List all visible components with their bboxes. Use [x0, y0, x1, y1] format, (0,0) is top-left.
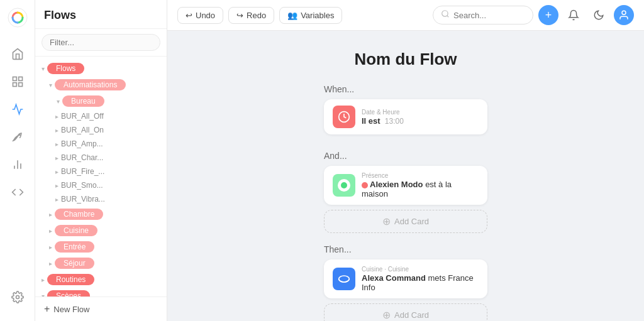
add-button[interactable]: +	[538, 5, 558, 25]
notifications-button[interactable]	[564, 5, 584, 25]
scenes-pill: Scènes	[47, 290, 90, 297]
and-card-content: Présence Alexien Modo est à la maison	[362, 172, 479, 199]
when-card-time: 13:00	[385, 117, 404, 126]
then-card-text: Alexa Command mets France Info	[362, 273, 479, 292]
new-flow-label: New Flow	[53, 305, 89, 314]
bureau-pill: Bureau	[62, 95, 104, 107]
chambre-pill: Chambre	[55, 209, 103, 220]
chevron-right-icon: ▸	[55, 196, 58, 203]
nav-code-icon[interactable]	[6, 181, 29, 204]
nav-flows-icon[interactable]	[6, 98, 29, 121]
svg-rect-2	[18, 77, 22, 81]
then-card-icon	[333, 268, 355, 290]
and-card-text: Alexien Modo est à la maison	[362, 180, 479, 199]
svg-line-10	[447, 16, 449, 18]
routines-pill: Routines	[47, 274, 94, 285]
app-title-text: Flows	[44, 9, 76, 22]
tree-item-scenes[interactable]: ▾ Scènes	[35, 288, 167, 297]
tree-item-cuisine[interactable]: ▸ Cuisine	[35, 222, 167, 239]
variables-label: Variables	[301, 11, 334, 20]
then-card-category: Cuisine · Cuisine	[362, 266, 479, 273]
search-bar	[433, 6, 533, 24]
then-card-content: Cuisine · Cuisine Alexa Command mets Fra…	[362, 266, 479, 292]
chevron-right-icon: ▸	[55, 168, 58, 175]
sejour-pill: Séjour	[55, 258, 94, 269]
tree-item-bur-all-off[interactable]: ▸ BUR_All_Off	[35, 109, 167, 123]
redo-label: Redo	[247, 11, 266, 20]
variables-icon: 👥	[287, 11, 297, 20]
nav-grid-icon[interactable]	[6, 70, 29, 93]
chevron-right-icon: ▸	[49, 260, 52, 267]
filter-bar	[35, 29, 167, 57]
tree-item-bur-char[interactable]: ▸ BUR_Char...	[35, 151, 167, 165]
tree-item-bur-vibra[interactable]: ▸ BUR_Vibra...	[35, 192, 167, 206]
chevron-right-icon: ▸	[55, 155, 58, 161]
tree-item-sejour[interactable]: ▸ Séjour	[35, 255, 167, 271]
then-label: Then...	[324, 244, 487, 254]
filter-input[interactable]	[42, 34, 160, 51]
then-card[interactable]: Cuisine · Cuisine Alexa Command mets Fra…	[324, 259, 487, 298]
chevron-right-icon: ▸	[42, 276, 45, 283]
nav-settings-icon[interactable]	[6, 286, 29, 308]
tree-item-bur-amp[interactable]: ▸ BUR_Amp...	[35, 137, 167, 151]
chevron-right-icon: ▸	[55, 127, 58, 134]
app-logo[interactable]	[8, 8, 28, 30]
redo-button[interactable]: ↪ Redo	[228, 7, 274, 24]
when-card-prefix: Il est	[362, 116, 380, 126]
chevron-down-icon: ▾	[42, 65, 45, 72]
add-card-and-button[interactable]: ⊕ Add Card	[324, 210, 487, 233]
tree-item-bureau[interactable]: ▾ Bureau	[35, 93, 167, 109]
and-section: And... Présence Alexien Modo est à la ma…	[324, 151, 487, 233]
tree-item-entree[interactable]: ▸ Entrée	[35, 239, 167, 255]
when-card-icon	[333, 106, 355, 128]
add-card-then-button[interactable]: ⊕ Add Card	[324, 303, 487, 321]
svg-point-9	[442, 11, 448, 16]
flow-canvas: Nom du Flow When... Date & Heure Il est …	[167, 31, 644, 321]
presence-dot	[362, 182, 368, 188]
tree-item-routines[interactable]: ▸ Routines	[35, 271, 167, 288]
dark-mode-button[interactable]	[589, 5, 609, 25]
nav-sidebar	[0, 0, 35, 321]
automatisations-pill: Automatisations	[55, 79, 126, 90]
tree-area: ▾ Flows ▾ Automatisations ▾ Bureau ▸ BUR…	[35, 57, 167, 297]
chevron-down-icon: ▾	[57, 98, 60, 105]
user-avatar-button[interactable]	[614, 5, 634, 25]
plus-circle-icon: ⊕	[382, 215, 391, 227]
tree-item-automatisations[interactable]: ▾ Automatisations	[35, 77, 167, 93]
add-card-then-label: Add Card	[394, 310, 429, 320]
nav-leaf-icon[interactable]	[6, 126, 29, 148]
tree-item-chambre[interactable]: ▸ Chambre	[35, 206, 167, 222]
nav-home-icon[interactable]	[6, 43, 29, 65]
tree-item-bur-smo[interactable]: ▸ BUR_Smo...	[35, 178, 167, 192]
and-label: And...	[324, 151, 487, 161]
search-icon	[441, 9, 450, 21]
chevron-right-icon: ▸	[55, 113, 58, 120]
and-card[interactable]: Présence Alexien Modo est à la maison	[324, 166, 487, 205]
tree-item-bur-all-on[interactable]: ▸ BUR_All_On	[35, 123, 167, 137]
svg-point-0	[8, 8, 27, 27]
then-card-command: Alexa Command	[362, 273, 426, 283]
undo-button[interactable]: ↩ Undo	[177, 7, 223, 24]
when-section: When... Date & Heure Il est 13:00	[324, 84, 487, 139]
then-section: Then... Cuisine · Cuisine Alexa Command …	[324, 244, 487, 321]
chevron-right-icon: ▸	[49, 211, 52, 218]
chevron-right-icon: ▸	[49, 227, 52, 234]
when-card-category: Date & Heure	[362, 109, 404, 116]
tree-item-flows[interactable]: ▾ Flows	[35, 60, 167, 77]
add-card-and-label: Add Card	[394, 217, 429, 226]
when-card-content: Date & Heure Il est 13:00	[362, 109, 404, 126]
when-card[interactable]: Date & Heure Il est 13:00	[324, 99, 487, 134]
and-card-category: Présence	[362, 172, 479, 179]
new-flow-button[interactable]: + New Flow	[35, 297, 167, 321]
redo-icon: ↪	[236, 11, 243, 20]
presence-icon	[333, 174, 355, 197]
plus-icon: +	[545, 9, 552, 22]
tree-item-bur-fire[interactable]: ▸ BUR_Fire_...	[35, 165, 167, 178]
when-label: When...	[324, 84, 487, 94]
search-input[interactable]	[453, 11, 523, 20]
variables-button[interactable]: 👥 Variables	[279, 7, 342, 24]
svg-point-11	[622, 11, 626, 14]
nav-stats-icon[interactable]	[6, 153, 29, 176]
svg-point-8	[16, 296, 19, 299]
undo-icon: ↩	[186, 11, 192, 20]
